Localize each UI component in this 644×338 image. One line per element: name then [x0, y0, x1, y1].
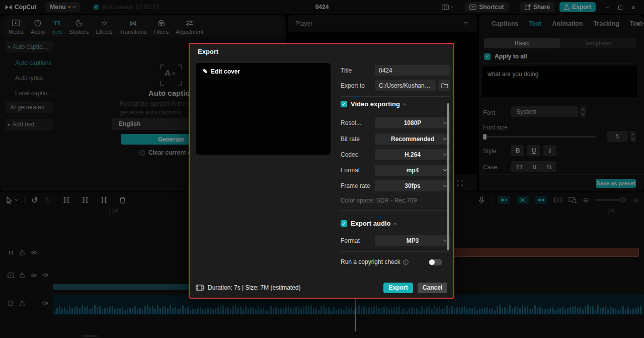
tab-captions[interactable]: Captions: [492, 20, 518, 27]
mirror-split-icon[interactable]: [554, 197, 562, 202]
framerate-select[interactable]: 30fps: [375, 180, 450, 191]
font-size-slider[interactable]: [483, 136, 596, 138]
sidebar-item-auto-lyrics[interactable]: Auto lyrics: [5, 73, 53, 84]
video-track-icon: [7, 272, 14, 279]
font-size-stepper[interactable]: [630, 131, 636, 142]
dialog-cancel-button[interactable]: Cancel: [418, 283, 447, 293]
auto-ripple-icon[interactable]: [498, 196, 510, 204]
minimize-button[interactable]: –: [601, 4, 614, 11]
save-as-preset-button[interactable]: Save as preset: [596, 179, 636, 188]
lock-icon[interactable]: [19, 272, 26, 279]
magnetic-snap-icon[interactable]: [517, 196, 529, 204]
split-button[interactable]: ][: [82, 196, 89, 204]
title-input[interactable]: 0424: [375, 65, 450, 76]
export-audio-section-header[interactable]: ✓ Export audio: [341, 220, 396, 227]
video-exporting-section-header[interactable]: ✓ Video exporting: [341, 100, 406, 108]
zoom-in-icon[interactable]: ⊕: [633, 196, 639, 204]
tab-text[interactable]: Text: [529, 20, 541, 27]
slider-thumb[interactable]: [620, 197, 625, 202]
preview-quality-icon[interactable]: [569, 197, 577, 203]
tab-audio[interactable]: Audio: [27, 19, 48, 35]
bitrate-select[interactable]: Recommended: [375, 133, 450, 145]
sidebar-item-auto-caption-group[interactable]: ▾ Auto captio...: [5, 41, 53, 52]
tab-tracking[interactable]: Tracking: [593, 20, 619, 27]
framerate-value: 30fps: [405, 182, 420, 189]
format-select[interactable]: mp4: [375, 165, 450, 176]
lock-icon[interactable]: [19, 249, 26, 256]
audio-format-label: Format: [341, 237, 360, 244]
maximize-icon: [618, 6, 622, 10]
redo-button[interactable]: ↻: [44, 195, 51, 205]
apply-to-all-checkbox[interactable]: ✓ Apply to all: [484, 53, 527, 60]
mute-icon[interactable]: [42, 300, 49, 307]
player-title: Player: [295, 20, 312, 27]
export-path-input[interactable]: C:/Users/Kushani Nim...: [375, 80, 436, 91]
menu-button[interactable]: Menu: [45, 2, 79, 12]
font-size-value[interactable]: 5: [607, 131, 628, 142]
tab-label: Effects: [96, 29, 112, 35]
split-right-button[interactable]: ][: [101, 196, 108, 204]
sidebar-item-auto-captions[interactable]: Auto captions: [5, 57, 60, 69]
horizontal-scrollbar[interactable]: [82, 335, 98, 337]
select-tool-button[interactable]: [6, 196, 18, 204]
undo-button[interactable]: ↺: [31, 195, 38, 205]
tab-text[interactable]: TI Text: [48, 19, 65, 35]
edit-cover-button[interactable]: ✎ Edit cover: [203, 68, 240, 75]
eye-icon[interactable]: [30, 272, 37, 279]
tab-media[interactable]: Media: [5, 19, 27, 35]
font-select[interactable]: System: [511, 106, 578, 117]
shortcut-button[interactable]: Shortcut: [465, 2, 508, 12]
font-label: Font: [483, 109, 495, 116]
tab-stickers[interactable]: Stickers: [65, 19, 92, 35]
shortcut-label: Shortcut: [479, 4, 504, 11]
resolution-select[interactable]: 1080P: [375, 117, 450, 128]
split-left-button[interactable]: ][: [63, 196, 70, 204]
mute-icon[interactable]: [42, 272, 49, 279]
copyright-check-toggle[interactable]: [429, 259, 442, 265]
audio-format-select[interactable]: MP3: [375, 235, 450, 246]
delete-icon[interactable]: [119, 196, 126, 204]
share-label: Share: [533, 4, 550, 11]
fullscreen-icon[interactable]: [457, 180, 463, 186]
tab-basic[interactable]: Basic: [484, 38, 560, 48]
lock-icon[interactable]: [19, 300, 26, 307]
underline-button[interactable]: U: [527, 145, 540, 156]
player-menu-icon[interactable]: ≡: [463, 19, 468, 28]
maximize-button[interactable]: [614, 4, 627, 11]
browse-folder-button[interactable]: [438, 80, 450, 91]
resolution-value: 1080P: [404, 119, 422, 126]
chevron-down-icon: [443, 120, 447, 124]
layout-switch-button[interactable]: [442, 5, 453, 10]
dialog-scrollbar[interactable]: [447, 103, 449, 250]
tab-adjustment[interactable]: Adjustment: [172, 19, 207, 35]
record-voiceover-icon[interactable]: [479, 196, 485, 204]
tab-effects[interactable]: ☆ Effects: [92, 19, 116, 35]
share-button[interactable]: Share: [520, 2, 554, 12]
sidebar-item-ai-generated[interactable]: AI generated: [5, 102, 53, 113]
playhead[interactable]: [355, 299, 356, 331]
more-tabs-icon[interactable]: »: [636, 20, 640, 27]
link-clips-icon[interactable]: [535, 196, 547, 204]
zoom-out-icon[interactable]: ⊖: [583, 196, 589, 204]
tab-animation[interactable]: Animation: [552, 20, 583, 27]
italic-button[interactable]: I: [543, 145, 556, 156]
tab-transitions[interactable]: ⋈ Transitions: [116, 19, 150, 35]
close-button[interactable]: ×: [627, 3, 640, 12]
lowercase-button[interactable]: tt: [533, 164, 536, 170]
codec-select[interactable]: H.264: [375, 149, 450, 160]
sidebar-item-add-text[interactable]: ▸ Add text: [5, 119, 53, 130]
export-button[interactable]: Export: [559, 2, 596, 12]
caption-text-input[interactable]: what are you doing: [482, 66, 637, 97]
slider-thumb[interactable]: [483, 134, 487, 140]
bold-button[interactable]: B: [511, 145, 524, 156]
uppercase-button[interactable]: TT: [516, 164, 523, 170]
eye-icon[interactable]: [30, 249, 37, 256]
dialog-export-button[interactable]: Export: [383, 283, 413, 293]
tab-filters[interactable]: Filters: [150, 19, 172, 35]
sidebar-item-local-captions[interactable]: Local captio...: [5, 88, 53, 99]
font-stepper[interactable]: [580, 106, 586, 117]
tab-templates[interactable]: Templates: [560, 38, 636, 48]
titlecase-button[interactable]: Tt: [546, 164, 551, 170]
check-circle-icon: ✓: [93, 4, 99, 10]
timeline-zoom-slider[interactable]: [595, 199, 626, 200]
